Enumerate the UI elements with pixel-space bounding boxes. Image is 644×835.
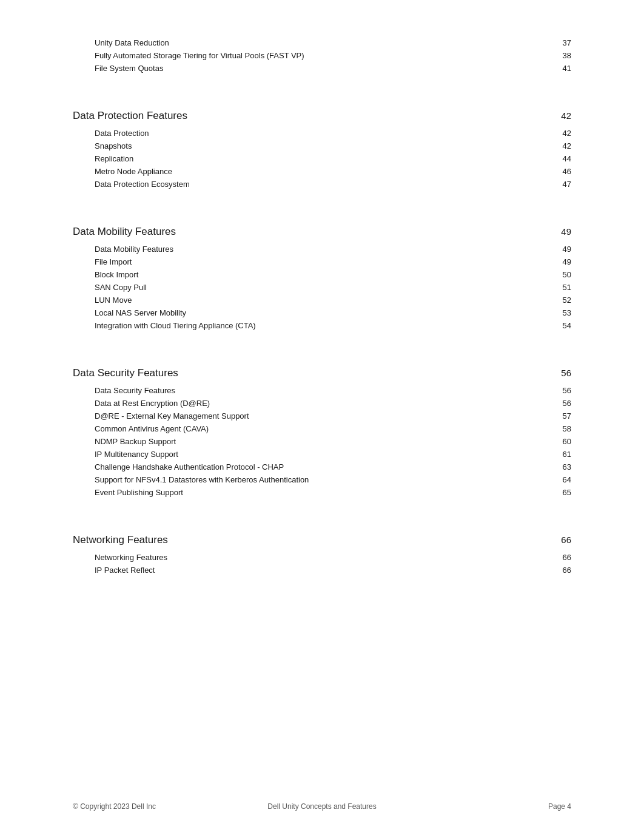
toc-section-data-protection-features: Data Protection Features 42 Data Protect… — [73, 89, 571, 191]
list-item: Data Mobility Features 49 — [73, 243, 571, 255]
toc-item-label: Data Protection — [95, 129, 149, 138]
list-item: File System Quotas 41 — [73, 62, 571, 75]
toc-item-label: Local NAS Server Mobility — [95, 308, 186, 317]
toc-section-data-mobility-features: Data Mobility Features 49 Data Mobility … — [73, 205, 571, 332]
list-item: LUN Move 52 — [73, 294, 571, 306]
toc-item-label: File System Quotas — [95, 64, 163, 73]
toc-item-label: LUN Move — [95, 296, 132, 305]
toc-item-label: Unity Data Reduction — [95, 38, 169, 47]
list-item: Metro Node Appliance 46 — [73, 165, 571, 178]
toc-item-label: Block Import — [95, 270, 138, 279]
list-item: NDMP Backup Support 60 — [73, 435, 571, 448]
list-item: Block Import 50 — [73, 268, 571, 281]
section-page: 56 — [561, 368, 571, 378]
toc-item-page: 66 — [563, 566, 571, 575]
toc-item-label: Networking Features — [95, 553, 167, 562]
toc-item-page: 49 — [563, 257, 571, 266]
toc-item-page: 50 — [563, 270, 571, 279]
toc-initial-section: Unity Data Reduction 37 Fully Automated … — [73, 36, 571, 75]
section-title: Data Security Features — [73, 367, 178, 379]
footer-title: Dell Unity Concepts and Features — [267, 802, 376, 811]
toc-section-header: Data Protection Features 42 — [73, 110, 571, 122]
toc-item-page: 58 — [563, 424, 571, 433]
list-item: Unity Data Reduction 37 — [73, 36, 571, 49]
section-title: Data Mobility Features — [73, 226, 176, 238]
list-item: Networking Features 66 — [73, 551, 571, 564]
list-item: File Import 49 — [73, 255, 571, 268]
toc-item-page: 53 — [563, 308, 571, 317]
toc-item-page: 66 — [563, 553, 571, 562]
toc-section-networking-features: Networking Features 66 Networking Featur… — [73, 513, 571, 576]
toc-item-label: NDMP Backup Support — [95, 437, 176, 446]
toc-item-page: 37 — [563, 38, 571, 47]
footer-copyright: © Copyright 2023 Dell Inc — [73, 802, 156, 811]
toc-item-page: 47 — [563, 180, 571, 189]
toc-item-label: Fully Automated Storage Tiering for Virt… — [95, 51, 304, 60]
toc-item-label: SAN Copy Pull — [95, 283, 147, 292]
section-page: 42 — [561, 110, 571, 121]
toc-item-page: 51 — [563, 283, 571, 292]
toc-item-page: 42 — [563, 141, 571, 150]
footer-page-number: Page 4 — [548, 802, 571, 811]
toc-item-page: 63 — [563, 462, 571, 472]
list-item: Support for NFSv4.1 Datastores with Kerb… — [73, 473, 571, 486]
toc-section-header: Data Security Features 56 — [73, 367, 571, 379]
toc-item-page: 61 — [563, 450, 571, 459]
toc-item-label: D@RE - External Key Management Support — [95, 411, 249, 421]
toc-item-label: Challenge Handshake Authentication Proto… — [95, 462, 284, 472]
toc-section-header: Networking Features 66 — [73, 534, 571, 546]
list-item: Data at Rest Encryption (D@RE) 56 — [73, 397, 571, 410]
section-page: 66 — [561, 535, 571, 545]
toc-item-page: 52 — [563, 296, 571, 305]
toc-item-label: Data Security Features — [95, 386, 175, 395]
list-item: Local NAS Server Mobility 53 — [73, 306, 571, 319]
list-item: SAN Copy Pull 51 — [73, 281, 571, 294]
toc-item-page: 65 — [563, 488, 571, 497]
toc-item-label: IP Packet Reflect — [95, 566, 155, 575]
toc-item-page: 56 — [563, 399, 571, 408]
toc-item-label: Integration with Cloud Tiering Appliance… — [95, 321, 256, 330]
toc-section-data-security-features: Data Security Features 56 Data Security … — [73, 347, 571, 499]
toc-item-page: 64 — [563, 475, 571, 484]
list-item: Snapshots 42 — [73, 140, 571, 152]
toc-item-page: 46 — [563, 167, 571, 176]
list-item: Integration with Cloud Tiering Appliance… — [73, 319, 571, 332]
page: Unity Data Reduction 37 Fully Automated … — [0, 0, 644, 835]
list-item: Replication 44 — [73, 152, 571, 165]
toc-item-page: 44 — [563, 154, 571, 163]
section-page: 49 — [561, 226, 571, 237]
toc-item-label: Data Protection Ecosystem — [95, 180, 190, 189]
list-item: Fully Automated Storage Tiering for Virt… — [73, 49, 571, 62]
list-item: IP Multitenancy Support 61 — [73, 448, 571, 461]
toc-item-page: 60 — [563, 437, 571, 446]
toc-section-header: Data Mobility Features 49 — [73, 226, 571, 238]
toc-item-label: Support for NFSv4.1 Datastores with Kerb… — [95, 475, 309, 484]
toc-item-label: IP Multitenancy Support — [95, 450, 178, 459]
toc-item-page: 56 — [563, 386, 571, 395]
section-title: Networking Features — [73, 534, 168, 546]
toc-item-page: 41 — [563, 64, 571, 73]
toc-item-page: 38 — [563, 51, 571, 60]
toc-item-page: 49 — [563, 245, 571, 254]
toc-item-label: File Import — [95, 257, 132, 266]
toc-item-label: Common Antivirus Agent (CAVA) — [95, 424, 209, 433]
toc-item-label: Data Mobility Features — [95, 245, 173, 254]
page-footer: © Copyright 2023 Dell Inc Dell Unity Con… — [0, 802, 644, 811]
list-item: Data Security Features 56 — [73, 384, 571, 397]
list-item: D@RE - External Key Management Support 5… — [73, 410, 571, 422]
toc-item-label: Snapshots — [95, 141, 132, 150]
list-item: IP Packet Reflect 66 — [73, 564, 571, 576]
section-title: Data Protection Features — [73, 110, 187, 122]
toc-item-label: Event Publishing Support — [95, 488, 183, 497]
toc-item-page: 54 — [563, 321, 571, 330]
list-item: Challenge Handshake Authentication Proto… — [73, 461, 571, 473]
list-item: Common Antivirus Agent (CAVA) 58 — [73, 422, 571, 435]
toc-item-page: 57 — [563, 411, 571, 421]
list-item: Data Protection Ecosystem 47 — [73, 178, 571, 191]
toc-item-page: 42 — [563, 129, 571, 138]
toc-item-label: Replication — [95, 154, 133, 163]
toc-item-label: Metro Node Appliance — [95, 167, 172, 176]
list-item: Data Protection 42 — [73, 127, 571, 140]
toc-item-label: Data at Rest Encryption (D@RE) — [95, 399, 210, 408]
list-item: Event Publishing Support 65 — [73, 486, 571, 499]
